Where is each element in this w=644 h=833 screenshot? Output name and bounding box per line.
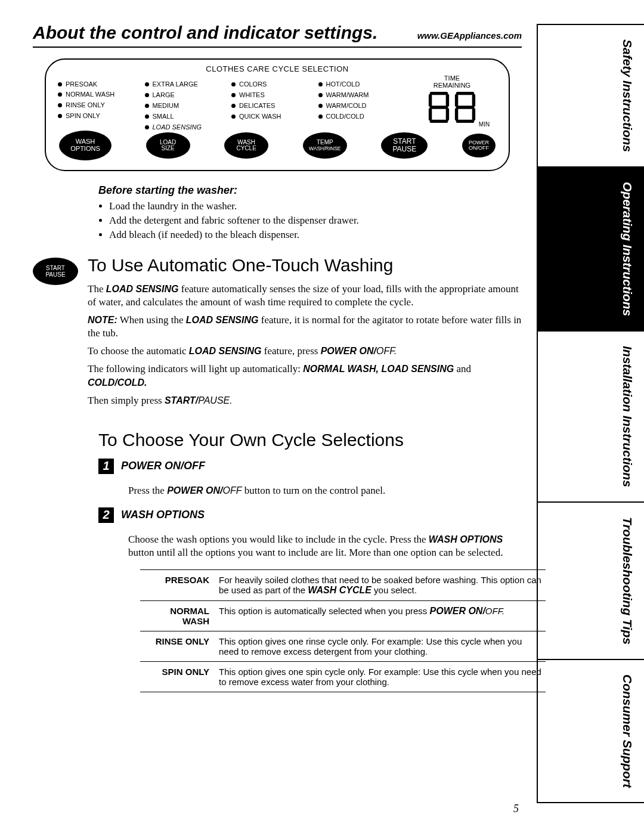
brand-url: www.GEAppliances.com <box>417 31 522 40</box>
option-desc: For heavily soiled clothes that need to … <box>215 570 546 601</box>
step-1-body: Press the POWER ON/OFF button to turn on… <box>128 484 522 497</box>
option-desc: This option is automatically selected wh… <box>215 601 546 631</box>
panel-col-wash-cycle: COLORS WHITES DELICATES QUICK WASH <box>231 77 315 134</box>
step-1-title: POWER ON/OFF <box>121 460 205 472</box>
table-row: RINSE ONLY This option gives one rinse c… <box>140 631 546 662</box>
auto-wash-p4: The following indicators will light up a… <box>88 363 522 389</box>
step-number-badge: 2 <box>98 507 114 523</box>
option-name: NORMAL WASH <box>140 601 215 631</box>
step-2: 2 WASH OPTIONS <box>98 507 522 523</box>
auto-wash-heading: To Use Automatic One-Touch Washing <box>88 255 522 275</box>
tab-installation[interactable]: Installation Instructions <box>537 332 644 503</box>
panel-col-load-size: EXTRA LARGE LARGE MEDIUM SMALL LOAD SENS… <box>145 77 228 134</box>
panel-button-row: WASHOPTIONS LOADSIZE WASHCYCLE TEMPWASH/… <box>58 131 497 160</box>
option-name: PRESOAK <box>140 570 215 601</box>
panel-col-wash-options: PRESOAK NORMAL WASH RINSE ONLY SPIN ONLY <box>58 77 141 134</box>
option-desc: This option gives one rinse cycle only. … <box>215 631 546 662</box>
seven-segment-display <box>407 91 497 123</box>
power-button: POWERON/OFF <box>462 134 496 157</box>
start-pause-badge-icon: STARTPAUSE <box>33 258 78 285</box>
tab-consumer-support[interactable]: Consumer Support <box>537 660 644 803</box>
tab-safety[interactable]: Safety Instructions <box>537 24 644 168</box>
auto-wash-note: NOTE: When using the LOAD SENSING featur… <box>88 314 522 340</box>
auto-wash-section: STARTPAUSE To Use Automatic One-Touch Wa… <box>33 255 522 412</box>
side-navigation-tabs: Safety Instructions Operating Instructio… <box>537 24 644 763</box>
wash-cycle-button: WASHCYCLE <box>224 132 268 159</box>
list-item: Load the laundry in the washer. <box>109 200 522 212</box>
control-panel-figure: CLOTHES CARE CYCLE SELECTION PRESOAK NOR… <box>45 58 510 171</box>
panel-option-columns: PRESOAK NORMAL WASH RINSE ONLY SPIN ONLY… <box>58 73 401 134</box>
step-number-badge: 1 <box>98 459 114 474</box>
panel-section-title: CLOTHES CARE CYCLE SELECTION <box>58 64 497 73</box>
page-content: About the control and indicator settings… <box>33 24 522 692</box>
step-1: 1 POWER ON/OFF <box>98 459 522 474</box>
list-item: Add the detergent and fabric softener to… <box>109 215 522 227</box>
panel-col-temp: HOT/COLD WARM/WARM WARM/COLD COLD/COLD <box>318 77 402 134</box>
auto-wash-p3: To choose the automatic LOAD SENSING fea… <box>88 345 522 358</box>
digit-icon <box>428 91 450 123</box>
page-number: 5 <box>513 803 519 815</box>
own-cycle-heading: To Choose Your Own Cycle Selections <box>98 430 522 450</box>
tab-operating[interactable]: Operating Instructions <box>537 168 644 332</box>
option-desc: This option gives one spin cycle only. F… <box>215 662 546 692</box>
option-name: RINSE ONLY <box>140 631 215 662</box>
option-name: SPIN ONLY <box>140 662 215 692</box>
page-header: About the control and indicator settings… <box>33 24 522 48</box>
wash-options-table: PRESOAK For heavily soiled clothes that … <box>140 569 546 692</box>
digit-icon <box>454 91 476 123</box>
before-starting-heading: Before starting the washer: <box>98 184 522 197</box>
start-pause-button: STARTPAUSE <box>381 132 428 159</box>
before-starting-list: Load the laundry in the washer. Add the … <box>98 200 522 241</box>
before-starting-block: Before starting the washer: Load the lau… <box>98 184 522 241</box>
step-2-title: WASH OPTIONS <box>121 509 205 521</box>
step-2-body: Choose the wash options you would like t… <box>128 533 522 559</box>
panel-time-remaining: TIME REMAINING MIN <box>407 73 497 131</box>
auto-wash-p1: The LOAD SENSING feature automatically s… <box>88 283 522 309</box>
load-size-button: LOADSIZE <box>146 132 190 159</box>
page-title: About the control and indicator settings… <box>33 24 377 42</box>
time-unit-label: MIN <box>439 121 529 128</box>
list-item: Add bleach (if needed) to the bleach dis… <box>109 229 522 241</box>
table-row: PRESOAK For heavily soiled clothes that … <box>140 570 546 601</box>
wash-options-button: WASHOPTIONS <box>59 131 112 160</box>
tab-troubleshooting[interactable]: Troubleshooting Tips <box>537 503 644 660</box>
table-row: SPIN ONLY This option gives one spin cyc… <box>140 662 546 692</box>
table-row: NORMAL WASH This option is automatically… <box>140 601 546 631</box>
temp-button: TEMPWASH/RINSE <box>303 132 347 159</box>
auto-wash-p5: Then simply press START/PAUSE. <box>88 394 522 407</box>
